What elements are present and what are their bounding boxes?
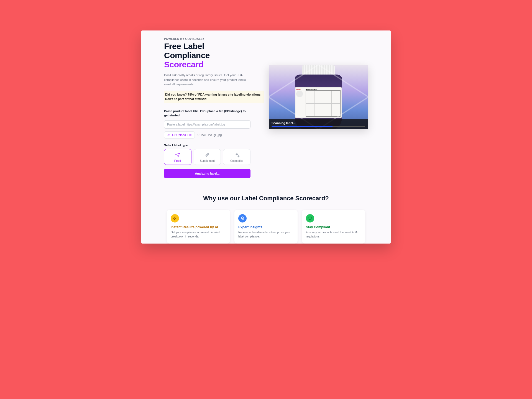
- jar-label: utella Nutrition Facts: [295, 87, 342, 118]
- page-title: Free Label Compliance Scorecard: [164, 42, 250, 69]
- sparkle-icon: [234, 152, 240, 158]
- uploaded-filename: 91icwSTVCgL.jpg: [198, 133, 222, 137]
- feature-title-2: Expert Insights: [238, 225, 294, 229]
- why-section: Why use our Label Compliance Scorecard? …: [164, 195, 368, 244]
- type-label-cosmetics: Cosmetics: [230, 159, 243, 162]
- kicker-text: POWERED BY GOVISUALLY: [164, 37, 250, 40]
- type-label-supplement: Supplement: [200, 159, 214, 162]
- feature-instant-results: Instant Results powered by AI Get your c…: [167, 210, 230, 244]
- lightning-icon: [171, 214, 179, 222]
- upload-icon: [167, 133, 170, 137]
- product-logo: [296, 91, 303, 97]
- scan-status-text: Scanning label...: [272, 121, 365, 125]
- pizza-icon: [175, 152, 180, 158]
- pill-icon: [204, 152, 210, 158]
- upload-file-button[interactable]: Or Upload File: [164, 131, 195, 139]
- feature-expert-insights: Expert Insights Receive actionable advic…: [234, 210, 298, 244]
- analyze-button[interactable]: Analyzing label...: [164, 169, 250, 178]
- feature-stay-compliant: Stay Compliant Ensure your products meet…: [302, 210, 365, 244]
- hero-section: POWERED BY GOVISUALLY Free Label Complia…: [164, 37, 368, 178]
- label-type-selector: Food Supplement: [164, 149, 250, 165]
- url-input-label: Paste product label URL OR upload a file…: [164, 109, 250, 118]
- stat-callout: Did you know? 78% of FDA warning letters…: [164, 91, 264, 103]
- why-title: Why use our Label Compliance Scorecard?: [164, 195, 368, 202]
- tagline: Don't risk costly recalls or regulatory …: [164, 73, 250, 87]
- type-label-food: Food: [174, 159, 181, 162]
- scan-progress-bar: [272, 126, 365, 127]
- feature-row: Instant Results powered by AI Get your c…: [164, 210, 368, 244]
- headline-main: Free Label Compliance: [164, 42, 210, 60]
- main-card: POWERED BY GOVISUALLY Free Label Complia…: [141, 30, 391, 244]
- label-url-input[interactable]: [164, 120, 250, 129]
- feature-desc-1: Get your compliance score and detailed b…: [171, 230, 226, 239]
- feature-title-3: Stay Compliant: [306, 225, 361, 229]
- lightbulb-icon: [238, 214, 247, 222]
- label-type-cosmetics[interactable]: Cosmetics: [223, 149, 250, 165]
- label-type-food[interactable]: Food: [164, 149, 191, 165]
- scan-overlay: Scanning label...: [269, 119, 368, 129]
- product-brand: utella: [296, 88, 305, 90]
- shield-icon: [306, 214, 314, 222]
- feature-desc-2: Receive actionable advice to improve you…: [238, 230, 294, 239]
- scan-progress-fill: [272, 126, 332, 127]
- jar-cap: [302, 65, 335, 76]
- feature-desc-3: Ensure your products meet the latest FDA…: [306, 230, 361, 239]
- label-type-label: Select label type: [164, 144, 250, 147]
- feature-title-1: Instant Results powered by AI: [171, 225, 226, 229]
- nutrition-facts-title: Nutrition Facts: [306, 88, 341, 90]
- headline-accent: Scorecard: [164, 60, 250, 69]
- upload-row: Or Upload File 91icwSTVCgL.jpg: [164, 131, 250, 139]
- form-column: POWERED BY GOVISUALLY Free Label Complia…: [164, 37, 250, 178]
- nutrition-table: [306, 90, 341, 117]
- label-preview: utella Nutrition Facts: [269, 65, 368, 129]
- label-type-supplement[interactable]: Supplement: [194, 149, 221, 165]
- upload-button-label: Or Upload File: [172, 133, 192, 137]
